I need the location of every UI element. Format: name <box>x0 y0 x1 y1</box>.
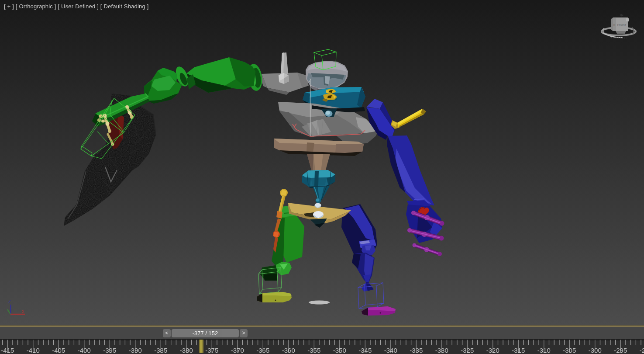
svg-text:FRONT: FRONT <box>617 24 627 26</box>
svg-text:X: X <box>21 309 24 314</box>
svg-text:Z: Z <box>8 299 11 304</box>
svg-text:R: R <box>613 24 616 26</box>
svg-text:Z: Z <box>309 78 311 83</box>
